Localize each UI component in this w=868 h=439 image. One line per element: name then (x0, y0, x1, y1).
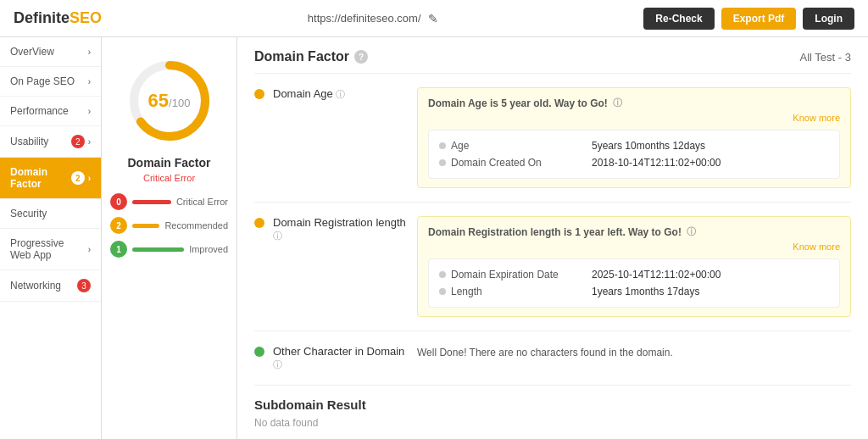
usability-badge: 2 (71, 135, 85, 148)
sidebar-label-security: Security (10, 208, 91, 220)
chevron-icon-performance: › (88, 107, 91, 116)
detail-key-created: Domain Created On (451, 157, 587, 169)
sidebar-item-domainfactor[interactable]: Domain Factor 2 › (0, 158, 101, 199)
logo-definite: Definite (14, 9, 70, 26)
result-info-icon-domain-age[interactable]: ⓘ (613, 97, 622, 109)
detail-row-length: Length 1years 1months 17days (439, 283, 829, 300)
detail-key-length: Length (451, 286, 587, 297)
legend-label-critical: Critical Error (176, 197, 228, 207)
sidebar-label-overview: OverView (10, 46, 85, 58)
logo: DefiniteSEO (14, 9, 102, 27)
all-test-label: All Test - 3 (800, 51, 851, 64)
test-info-icon-domain-age[interactable]: ⓘ (336, 89, 345, 99)
domainfactor-badge: 2 (71, 171, 85, 185)
detail-dot-created (439, 159, 446, 166)
result-title-domain-reg: Domain Registration length is 1 year lef… (428, 225, 840, 238)
header-buttons: Re-Check Export Pdf Login (643, 8, 854, 30)
legend-recommended: 2 Recommended (110, 217, 228, 234)
legend-label-recommended: Recommended (164, 220, 228, 231)
test-info-icon-other-char[interactable]: ⓘ (273, 359, 282, 370)
legend-circle-recommended: 2 (110, 217, 127, 234)
test-domain-age: Domain Age ⓘ Domain Age is 5 year old. W… (254, 74, 851, 203)
result-box-domain-age: Domain Age is 5 year old. Way to Go! ⓘ K… (417, 87, 851, 188)
detail-row-expiry: Domain Expiration Date 2025-10-14T12:11:… (439, 266, 829, 283)
test-label-other-char: Other Character in Domain ⓘ (273, 345, 409, 371)
section-info-icon[interactable]: ? (354, 50, 368, 64)
networking-badge: 3 (77, 279, 91, 292)
know-more-domain-reg[interactable]: Know more (428, 242, 840, 252)
result-info-icon-domain-reg[interactable]: ⓘ (687, 225, 696, 238)
score-total: /100 (169, 97, 190, 109)
legend-bar-critical (132, 200, 171, 204)
test-other-char: Other Character in Domain ⓘ Well Done! T… (254, 331, 851, 386)
center-panel-subtitle: Critical Error (143, 173, 195, 183)
section-header: Domain Factor ? All Test - 3 (254, 37, 851, 74)
section-title-text: Domain Factor (254, 49, 349, 64)
detail-dot-length (439, 288, 446, 295)
login-button[interactable]: Login (803, 8, 854, 30)
know-more-domain-age[interactable]: Know more (428, 113, 840, 123)
donut-chart: 65/100 (123, 54, 216, 147)
center-panel: 65/100 Domain Factor Critical Error 0 Cr… (102, 37, 237, 439)
center-panel-title: Domain Factor (127, 156, 210, 169)
chevron-icon-onpage: › (88, 77, 91, 86)
subdomain-no-data: No data found (254, 417, 851, 429)
score-value: 65 (148, 90, 169, 111)
sidebar-item-overview[interactable]: OverView › (0, 37, 101, 67)
test-info-icon-domain-reg[interactable]: ⓘ (273, 231, 282, 241)
sidebar-label-networking: Networking (10, 280, 77, 292)
export-pdf-button[interactable]: Export Pdf (721, 8, 797, 30)
subdomain-section: Subdomain Result No data found (254, 386, 851, 434)
dot-domain-age (254, 89, 264, 99)
test-other-char-row: Other Character in Domain ⓘ Well Done! T… (254, 345, 851, 371)
url-text: https://definiteseo.com/ (308, 12, 421, 25)
sidebar-item-onpage[interactable]: On Page SEO › (0, 67, 101, 97)
detail-row-created: Domain Created On 2018-10-14T12:11:02+00… (439, 154, 829, 171)
url-bar: https://definiteseo.com/ ✎ (308, 12, 438, 25)
legend-critical: 0 Critical Error (110, 193, 228, 210)
logo-seo: SEO (70, 9, 102, 26)
sidebar-item-usability[interactable]: Usability 2 › (0, 126, 101, 158)
sidebar-label-domainfactor: Domain Factor (10, 166, 71, 190)
sidebar-label-pwa: Progressive Web App (10, 237, 85, 261)
detail-key-age: Age (451, 140, 587, 152)
dot-domain-reg (254, 218, 264, 228)
edit-icon[interactable]: ✎ (428, 12, 438, 25)
score-display: 65/100 (148, 90, 191, 112)
sidebar: OverView › On Page SEO › Performance › U… (0, 37, 102, 439)
legend-label-improved: Improved (189, 244, 228, 254)
sidebar-label-onpage: On Page SEO (10, 75, 85, 87)
header: DefiniteSEO https://definiteseo.com/ ✎ R… (0, 0, 868, 37)
main-layout: OverView › On Page SEO › Performance › U… (0, 37, 868, 439)
detail-dot-expiry (439, 271, 446, 278)
sidebar-item-security[interactable]: Security (0, 199, 101, 229)
detail-val-length: 1years 1months 17days (592, 286, 699, 297)
sidebar-label-usability: Usability (10, 136, 71, 147)
legend-improved: 1 Improved (110, 241, 228, 258)
section-title: Domain Factor ? (254, 49, 368, 64)
test-label-domain-reg: Domain Registration length ⓘ (273, 216, 409, 242)
sidebar-item-networking[interactable]: Networking 3 (0, 270, 101, 302)
recheck-button[interactable]: Re-Check (643, 8, 714, 30)
detail-key-expiry: Domain Expiration Date (451, 269, 587, 281)
result-title-domain-age: Domain Age is 5 year old. Way to Go! ⓘ (428, 97, 840, 109)
chevron-icon-usability: › (88, 137, 91, 147)
chevron-icon-domainfactor: › (88, 174, 91, 183)
legend-circle-critical: 0 (110, 193, 127, 210)
result-plain-other-char: Well Done! There are no characters found… (417, 345, 851, 358)
test-label-domain-age: Domain Age ⓘ (273, 87, 409, 101)
result-box-domain-reg: Domain Registration length is 1 year lef… (417, 216, 851, 317)
detail-row-age: Age 5years 10months 12days (439, 137, 829, 154)
subdomain-title: Subdomain Result (254, 397, 851, 412)
sidebar-item-performance[interactable]: Performance › (0, 97, 101, 126)
dot-other-char (254, 347, 264, 357)
detail-box-domain-age: Age 5years 10months 12days Domain Create… (428, 130, 840, 179)
detail-val-created: 2018-10-14T12:11:02+00:00 (592, 157, 721, 169)
legend-circle-improved: 1 (110, 241, 127, 258)
sidebar-label-performance: Performance (10, 105, 85, 117)
chevron-icon-overview: › (88, 47, 91, 57)
chevron-icon-pwa: › (88, 245, 91, 254)
sidebar-item-pwa[interactable]: Progressive Web App › (0, 229, 101, 270)
test-domain-age-row: Domain Age ⓘ Domain Age is 5 year old. W… (254, 87, 851, 188)
right-content: Domain Factor ? All Test - 3 Domain Age … (237, 37, 868, 439)
